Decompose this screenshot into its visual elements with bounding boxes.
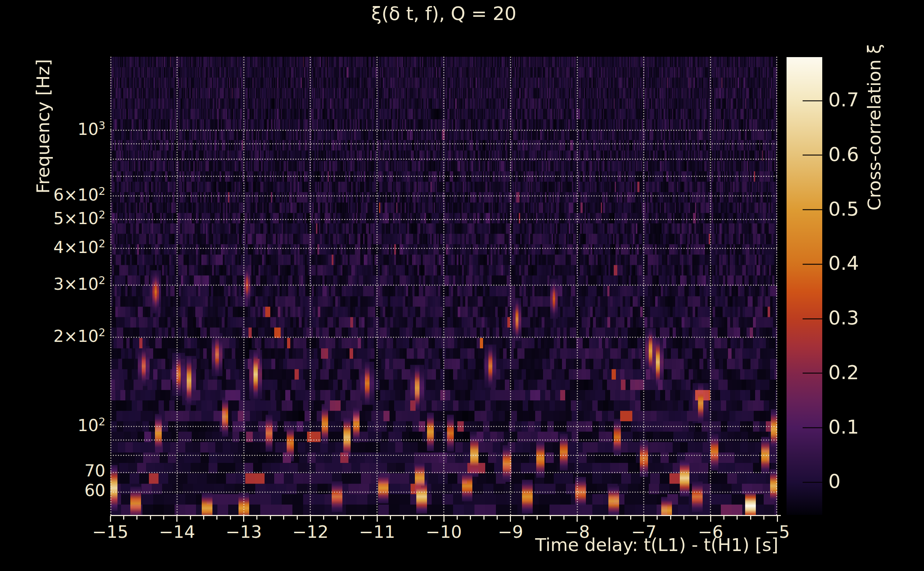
colorbar-tick-label: 0 — [828, 470, 900, 492]
colorbar-tick-label: 0.2 — [828, 361, 900, 384]
x-major-tick-mark — [243, 516, 244, 522]
x-tick-label: −12 — [282, 522, 339, 542]
x-minor-tick-mark — [230, 516, 231, 520]
x-axis-label: Time delay: t(L1) - t(H1) [s] — [421, 535, 778, 555]
x-minor-tick-mark — [737, 516, 738, 520]
x-minor-tick-mark — [697, 516, 698, 520]
colorbar-tick-mark — [803, 373, 822, 373]
x-major-tick-mark — [710, 516, 711, 522]
colorbar-tick-label: 0.4 — [828, 252, 900, 275]
colorbar-tick-mark — [803, 427, 822, 428]
x-minor-tick-mark — [630, 516, 631, 520]
x-minor-tick-mark — [457, 516, 458, 520]
x-minor-tick-mark — [390, 516, 391, 520]
x-minor-tick-mark — [763, 516, 765, 520]
x-minor-tick-mark — [297, 516, 298, 520]
x-minor-tick-mark — [617, 516, 618, 520]
x-major-tick-mark — [643, 516, 644, 522]
colorbar-tick-mark — [803, 318, 822, 319]
x-minor-tick-mark — [363, 516, 364, 520]
x-minor-tick-mark — [723, 516, 725, 520]
x-minor-tick-mark — [657, 516, 658, 520]
x-minor-tick-mark — [136, 516, 138, 520]
heatmap-canvas — [110, 57, 777, 515]
colorbar-label: Cross-correlation ξ — [864, 54, 884, 211]
x-major-tick-mark — [443, 516, 445, 522]
x-minor-tick-mark — [163, 516, 164, 520]
x-tick-label: −15 — [82, 522, 139, 542]
x-minor-tick-mark — [216, 516, 218, 520]
y-tick-label: 6×102 — [27, 185, 105, 204]
y-tick-label: 103 — [27, 120, 105, 139]
x-tick-label: −14 — [148, 522, 206, 542]
x-tick-label: −11 — [348, 522, 406, 542]
colorbar-tick-mark — [803, 264, 822, 265]
x-minor-tick-mark — [603, 516, 604, 520]
x-minor-tick-mark — [430, 516, 431, 520]
x-minor-tick-mark — [283, 516, 284, 520]
x-minor-tick-mark — [337, 516, 338, 520]
x-minor-tick-mark — [270, 516, 271, 520]
x-minor-tick-mark — [190, 516, 191, 520]
x-major-tick-mark — [310, 516, 311, 522]
x-major-tick-mark — [110, 516, 111, 522]
x-minor-tick-mark — [350, 516, 351, 520]
x-minor-tick-mark — [256, 516, 257, 520]
x-major-tick-mark — [510, 516, 511, 522]
x-minor-tick-mark — [524, 516, 524, 520]
x-axis-spine — [110, 515, 781, 516]
x-minor-tick-mark — [417, 516, 418, 520]
x-minor-tick-mark — [403, 516, 404, 520]
x-minor-tick-mark — [470, 516, 471, 520]
colorbar-tick-mark — [803, 482, 822, 483]
x-minor-tick-mark — [563, 516, 564, 520]
y-tick-label: 60 — [27, 481, 105, 500]
y-tick-label: 2×102 — [27, 327, 105, 346]
x-major-tick-mark — [377, 516, 378, 522]
y-tick-label: 5×102 — [27, 209, 105, 228]
x-major-tick-mark — [176, 516, 178, 522]
y-tick-label: 102 — [27, 416, 105, 435]
x-minor-tick-mark — [323, 516, 324, 520]
chart-title: ξ(δ t, f), Q = 20 — [110, 3, 777, 24]
colorbar-tick-label: 0.3 — [828, 307, 900, 329]
x-minor-tick-mark — [203, 516, 204, 520]
colorbar — [786, 57, 822, 515]
colorbar-tick-mark — [803, 100, 822, 101]
figure-root: ξ(δ t, f), Q = 20 Frequency [Hz] −15−14−… — [0, 0, 924, 571]
x-minor-tick-mark — [670, 516, 671, 520]
plot-area — [110, 57, 777, 515]
x-minor-tick-mark — [550, 516, 551, 520]
x-minor-tick-mark — [590, 516, 591, 520]
x-minor-tick-mark — [497, 516, 498, 520]
x-minor-tick-mark — [484, 516, 485, 520]
x-minor-tick-mark — [537, 516, 538, 520]
x-minor-tick-mark — [123, 516, 124, 520]
y-tick-label: 4×102 — [27, 238, 105, 256]
colorbar-tick-label: 0.1 — [828, 416, 900, 438]
x-minor-tick-mark — [750, 516, 751, 520]
x-major-tick-mark — [576, 516, 578, 522]
colorbar-tick-mark — [803, 209, 822, 210]
y-tick-label: 70 — [27, 462, 105, 480]
x-tick-label: −13 — [215, 522, 272, 542]
y-tick-label: 3×102 — [27, 275, 105, 293]
x-minor-tick-mark — [683, 516, 685, 520]
x-minor-tick-mark — [150, 516, 151, 520]
colorbar-tick-mark — [803, 154, 822, 156]
x-major-tick-mark — [777, 516, 778, 522]
